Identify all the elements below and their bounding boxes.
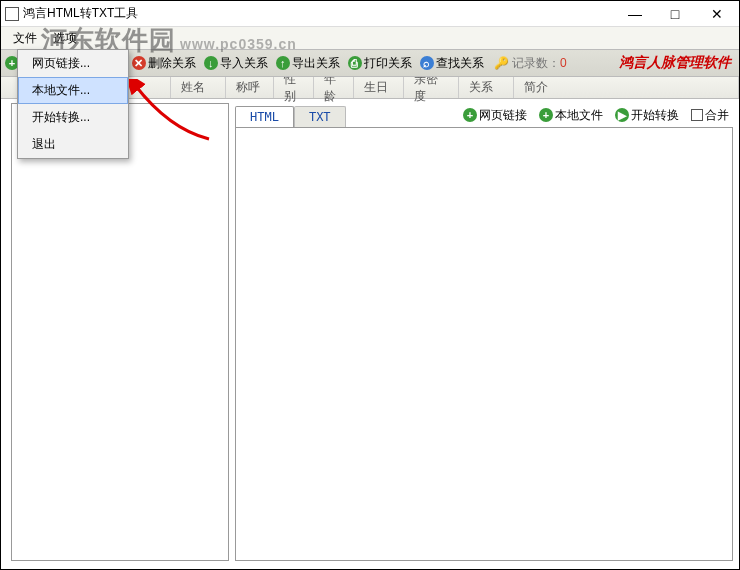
- toolbar-import-relation[interactable]: ↓导入关系: [200, 55, 272, 72]
- maximize-button[interactable]: □: [655, 2, 695, 26]
- download-icon: ↓: [204, 56, 218, 70]
- file-dropdown: 网页链接... 本地文件... 开始转换... 退出: [17, 49, 129, 159]
- col-name[interactable]: 姓名: [171, 77, 226, 98]
- menu-item-convert[interactable]: 开始转换...: [18, 104, 128, 131]
- checkbox-icon: [691, 109, 703, 121]
- col-intimacy[interactable]: 亲密度: [404, 77, 459, 98]
- action-label: 开始转换: [631, 107, 679, 124]
- left-pane[interactable]: [11, 103, 229, 561]
- menu-file[interactable]: 文件: [5, 27, 45, 50]
- toolbar-label: 导出关系: [292, 55, 340, 72]
- action-label: 合并: [705, 107, 729, 124]
- app-icon: [5, 7, 19, 21]
- play-icon: ▶: [615, 108, 629, 122]
- toolbar-label: 查找关系: [436, 55, 484, 72]
- print-icon: ⎙: [348, 56, 362, 70]
- menu-item-exit[interactable]: 退出: [18, 131, 128, 158]
- menubar: 文件 选项: [1, 27, 739, 49]
- action-merge[interactable]: 合并: [687, 107, 733, 124]
- toolbar-export-relation[interactable]: ↑导出关系: [272, 55, 344, 72]
- toolbar-print-relation[interactable]: ⎙打印关系: [344, 55, 416, 72]
- menu-item-weblink[interactable]: 网页链接...: [18, 50, 128, 77]
- plus-icon: +: [463, 108, 477, 122]
- col-title[interactable]: 称呼: [226, 77, 274, 98]
- action-bar: HTML TXT +网页链接 +本地文件 ▶开始转换 合并: [235, 103, 733, 127]
- toolbar-label: 导入关系: [220, 55, 268, 72]
- x-icon: ✕: [132, 56, 146, 70]
- tab-html[interactable]: HTML: [235, 106, 294, 127]
- col-birthday[interactable]: 生日: [354, 77, 404, 98]
- right-wrap: HTML TXT +网页链接 +本地文件 ▶开始转换 合并: [235, 103, 733, 561]
- col-age[interactable]: 年龄: [314, 77, 354, 98]
- workarea: HTML TXT +网页链接 +本地文件 ▶开始转换 合并: [1, 99, 739, 563]
- titlebar: 鸿言HTML转TXT工具 ― □ ✕: [1, 1, 739, 27]
- tab-txt[interactable]: TXT: [294, 106, 346, 127]
- toolbar-delete-relation[interactable]: ✕删除关系: [128, 55, 200, 72]
- action-weblink[interactable]: +网页链接: [459, 107, 531, 124]
- action-localfile[interactable]: +本地文件: [535, 107, 607, 124]
- action-convert[interactable]: ▶开始转换: [611, 107, 683, 124]
- menu-options[interactable]: 选项: [45, 27, 85, 50]
- col-gender[interactable]: 性别: [274, 77, 314, 98]
- close-button[interactable]: ✕: [695, 2, 739, 26]
- search-icon: ⌕: [420, 56, 434, 70]
- action-label: 本地文件: [555, 107, 603, 124]
- toolbar-label: 删除关系: [148, 55, 196, 72]
- col-intro[interactable]: 简介: [514, 77, 739, 98]
- tabs: HTML TXT: [235, 105, 346, 126]
- brand-text: 鸿言人脉管理软件: [619, 54, 731, 72]
- upload-icon: ↑: [276, 56, 290, 70]
- col-rel2[interactable]: 关系: [459, 77, 514, 98]
- menu-item-localfile[interactable]: 本地文件...: [18, 77, 128, 104]
- toolbar-label: 打印关系: [364, 55, 412, 72]
- plus-icon: +: [539, 108, 553, 122]
- window-title: 鸿言HTML转TXT工具: [23, 5, 138, 22]
- minimize-button[interactable]: ―: [615, 2, 655, 26]
- content-pane[interactable]: [235, 127, 733, 561]
- action-label: 网页链接: [479, 107, 527, 124]
- record-count-label: 🔑 记录数：0: [494, 55, 567, 72]
- toolbar-search-relation[interactable]: ⌕查找关系: [416, 55, 488, 72]
